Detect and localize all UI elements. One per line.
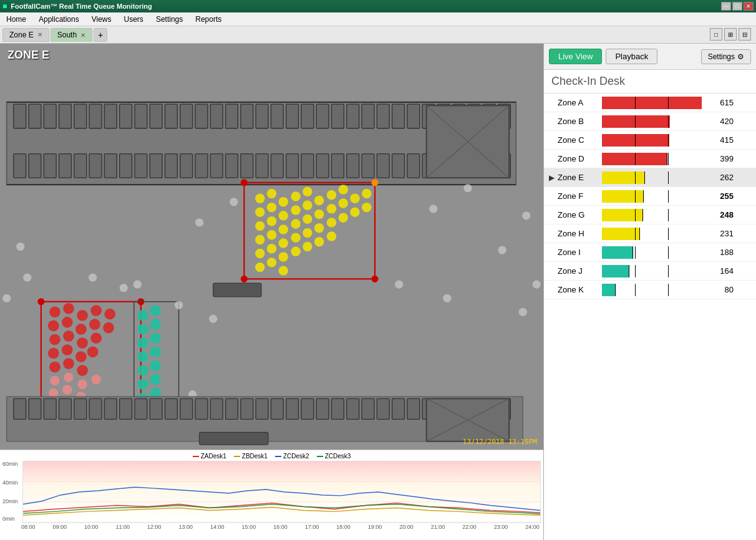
zone-tick1-1: [635, 115, 636, 128]
svg-point-74: [241, 179, 248, 186]
zone-bar-container-4: [602, 171, 702, 184]
legend-zbdesk1-color: [234, 456, 240, 457]
maximize-button[interactable]: □: [732, 2, 742, 11]
zone-bar-container-0: [602, 97, 702, 109]
svg-point-83: [314, 196, 324, 205]
zone-row-zone-j[interactable]: Zone J 164: [544, 262, 756, 281]
playback-button[interactable]: Playback: [606, 49, 657, 64]
svg-point-134: [75, 324, 87, 335]
tab-zone-e[interactable]: Zone E ✕: [2, 28, 49, 42]
svg-point-140: [90, 332, 102, 344]
titlebar: ■ FootfallCam™ Real Time Queue Monitorin…: [0, 0, 756, 12]
svg-rect-19: [241, 104, 253, 128]
svg-rect-214: [301, 398, 314, 419]
legend-zadesk1-color: [193, 456, 199, 457]
svg-rect-204: [150, 398, 162, 419]
legend-zadesk1: ZADesk1: [193, 453, 226, 460]
svg-rect-4: [14, 104, 26, 128]
menu-applications[interactable]: Applications: [32, 12, 85, 26]
svg-rect-16: [195, 104, 208, 128]
zone-row-zone-i[interactable]: Zone I 188: [544, 243, 756, 262]
svg-point-133: [62, 317, 73, 328]
svg-point-79: [267, 189, 276, 198]
x-axis: 08:00 09:00 10:00 11:00 12:00 13:00 14:0…: [2, 523, 541, 530]
svg-rect-220: [392, 398, 405, 419]
svg-rect-206: [180, 398, 193, 419]
x-label-1200: 12:00: [147, 524, 162, 530]
svg-point-115: [279, 252, 288, 261]
svg-point-135: [89, 319, 100, 330]
svg-rect-54: [271, 154, 283, 178]
tab-south[interactable]: South ✕: [51, 28, 92, 42]
y-label-0: 0min: [2, 516, 15, 522]
svg-rect-196: [29, 398, 41, 419]
menu-users[interactable]: Users: [118, 12, 150, 26]
zone-row-zone-f[interactable]: Zone F 255: [544, 187, 756, 206]
svg-point-137: [49, 334, 61, 345]
menu-views[interactable]: Views: [85, 12, 118, 26]
live-view-button[interactable]: Live View: [549, 49, 602, 64]
svg-point-119: [267, 258, 276, 267]
svg-rect-10: [104, 104, 117, 128]
zone-row-zone-e[interactable]: ▶ Zone E 262: [544, 168, 756, 187]
zone-name-2: Zone C: [558, 135, 598, 145]
close-button[interactable]: ✕: [744, 2, 754, 11]
x-label-1300: 13:00: [179, 524, 193, 530]
x-label-1500: 15:00: [242, 524, 256, 530]
view-grid2-button[interactable]: ⊞: [724, 28, 737, 41]
svg-rect-202: [120, 398, 132, 419]
svg-rect-211: [256, 398, 268, 419]
view-grid3-button[interactable]: ⊟: [739, 28, 751, 41]
svg-point-80: [279, 197, 288, 206]
svg-rect-37: [14, 154, 26, 178]
zone-bar-7: [602, 228, 639, 240]
svg-rect-46: [150, 154, 162, 178]
svg-point-130: [90, 305, 102, 316]
zone-row-zone-d[interactable]: Zone D 399: [544, 150, 756, 168]
svg-point-139: [77, 337, 88, 349]
zone-row-zone-h[interactable]: Zone H 231: [544, 224, 756, 243]
menu-reports[interactable]: Reports: [189, 12, 228, 26]
svg-rect-40: [59, 154, 72, 178]
svg-rect-6: [44, 104, 56, 128]
zone-tick2-1: [668, 115, 669, 128]
menu-home[interactable]: Home: [0, 12, 32, 26]
zone-bar-container-7: [602, 228, 702, 240]
zone-name-3: Zone D: [558, 154, 598, 163]
tab-add-button[interactable]: +: [94, 28, 107, 42]
view-single-button[interactable]: □: [710, 28, 722, 41]
zones-table: Zone A 615 Zone B 420 Zone C: [544, 94, 756, 540]
svg-rect-9: [89, 104, 102, 128]
svg-point-166: [137, 351, 148, 362]
svg-point-107: [267, 230, 276, 239]
x-label-1900: 19:00: [368, 524, 382, 530]
tab-south-close[interactable]: ✕: [80, 32, 85, 39]
zone-row-zone-g[interactable]: Zone G 248: [544, 206, 756, 224]
zone-count-6: 248: [705, 210, 734, 219]
zone-count-1: 420: [705, 117, 734, 126]
svg-point-111: [314, 237, 324, 246]
svg-rect-25: [331, 104, 344, 128]
right-header: Live View Playback Settings ⚙: [544, 44, 756, 70]
svg-point-90: [279, 211, 288, 220]
menu-settings[interactable]: Settings: [150, 12, 189, 26]
minimize-button[interactable]: —: [721, 2, 731, 11]
zone-row-zone-a[interactable]: Zone A 615: [544, 94, 756, 112]
svg-point-148: [50, 376, 59, 385]
svg-point-108: [279, 238, 288, 248]
svg-rect-205: [165, 398, 177, 419]
svg-point-120: [279, 266, 288, 275]
svg-point-87: [362, 189, 371, 198]
svg-rect-24: [316, 104, 329, 128]
tab-zone-e-label: Zone E: [9, 31, 34, 39]
svg-point-99: [267, 216, 276, 226]
chart-panel: ZADesk1 ZBDesk1 ZCDesk2 ZCDesk3 60min: [0, 450, 543, 540]
tab-zone-e-close[interactable]: ✕: [37, 31, 42, 38]
zone-row-zone-k[interactable]: Zone K 80: [544, 281, 756, 299]
zone-row-zone-b[interactable]: Zone B 420: [544, 112, 756, 131]
zone-row-zone-c[interactable]: Zone C 415: [544, 131, 756, 150]
settings-button[interactable]: Settings ⚙: [701, 49, 751, 64]
x-label-0900: 09:00: [53, 524, 67, 530]
zone-count-8: 188: [705, 248, 734, 257]
menubar: Home Applications Views Users Settings R…: [0, 12, 756, 26]
